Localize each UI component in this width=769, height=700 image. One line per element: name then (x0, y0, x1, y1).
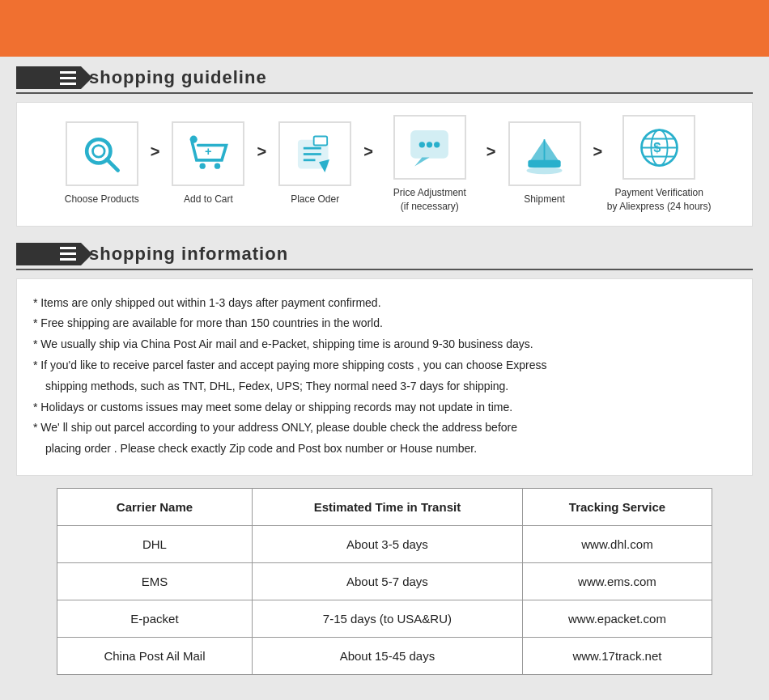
steps-row: Choose Products > + Add to Cart > (16, 102, 753, 227)
svg-point-4 (199, 163, 205, 168)
step-icon-box-payment: $ (622, 115, 695, 180)
step-icon-box-price (393, 115, 466, 180)
info-line-2: * Free shipping are available for more t… (33, 314, 736, 333)
info-line-4: * If you'd like to receive parcel faster… (33, 356, 736, 375)
info-line-5: * Holidays or customs issues may meet so… (33, 398, 736, 418)
arrow-2: > (257, 142, 266, 185)
step-label-payment: Payment Verificationby Aliexpress (24 ho… (607, 186, 712, 214)
tracking-ems: www.ems.com (522, 562, 712, 600)
carrier-dhl: DHL (57, 525, 253, 562)
arrow-4: > (486, 142, 496, 185)
step-label-cart: Add to Cart (184, 193, 233, 206)
arrow-1: > (151, 142, 160, 185)
svg-text:$: $ (653, 140, 661, 155)
step-label-order: Place Oder (291, 193, 339, 206)
carrier-ems: EMS (57, 562, 253, 600)
step-choose-products: Choose Products (57, 121, 147, 206)
step-add-to-cart: + Add to Cart (164, 121, 253, 206)
step-icon-box-shipment (508, 121, 581, 186)
globe-icon: $ (637, 125, 682, 170)
svg-point-5 (215, 163, 220, 168)
time-ems: About 5-7 days (252, 562, 522, 600)
guideline-title: shopping guideline (89, 67, 267, 88)
title-accent-guideline (16, 66, 81, 89)
tracking-chinapost: www.17track.net (522, 637, 712, 674)
carrier-chinapost: China Post Ail Mail (57, 637, 253, 674)
chat-icon (407, 125, 452, 170)
table-wrapper: Carrier Name Estimated Time in Transit T… (16, 488, 753, 675)
step-icon-box-cart: + (172, 121, 244, 186)
step-label-shipment: Shipment (524, 193, 565, 206)
table-header-row: Carrier Name Estimated Time in Transit T… (57, 488, 712, 525)
step-icon-box-choose (66, 121, 138, 186)
time-epacket: 7-15 days (to USA&RU) (252, 600, 522, 637)
info-line-6: * We' ll ship out parcel according to yo… (33, 418, 736, 438)
table-row: China Post Ail Mail About 15-45 days www… (57, 637, 712, 674)
carrier-epacket: E-packet (57, 600, 253, 637)
main-content: shopping guideline Choose Products > (0, 66, 769, 691)
step-shipment: Shipment (500, 121, 589, 206)
svg-point-15 (427, 142, 432, 147)
step-place-order: Place Oder (270, 121, 359, 206)
header-bar (0, 0, 769, 57)
table-row: DHL About 3-5 days www.dhl.com (57, 525, 712, 562)
tag-icon (293, 132, 338, 176)
time-chinapost: About 15-45 days (252, 637, 522, 674)
boat-icon (522, 132, 567, 176)
arrow-5: > (593, 142, 603, 185)
svg-point-14 (419, 142, 425, 147)
info-line-4b: shipping methods, such as TNT, DHL, Fede… (33, 377, 736, 397)
arrow-3: > (363, 142, 373, 185)
svg-text:+: + (205, 145, 212, 158)
shipping-table: Carrier Name Estimated Time in Transit T… (57, 488, 712, 675)
info-section: * Items are only shipped out within 1-3 … (16, 278, 753, 476)
info-line-1: * Items are only shipped out within 1-3 … (33, 294, 736, 313)
title-accent-info (16, 243, 81, 265)
col-carrier: Carrier Name (57, 488, 253, 525)
search-icon (79, 132, 124, 176)
svg-line-2 (107, 159, 118, 171)
col-tracking: Tracking Service (522, 488, 712, 525)
svg-point-19 (527, 167, 563, 174)
svg-point-1 (93, 145, 105, 157)
tracking-epacket: www.epacket.com (522, 600, 712, 637)
info-line-3: * We usually ship via China Post Air mai… (33, 335, 736, 354)
col-time: Estimated Time in Transit (252, 488, 522, 525)
step-label-choose: Choose Products (65, 193, 139, 206)
info-title-bar: shopping information (16, 243, 753, 270)
step-payment: $ Payment Verificationby Aliexpress (24 … (606, 115, 712, 214)
svg-point-16 (434, 142, 440, 147)
step-price-adjustment: Price Adjustment(if necessary) (377, 115, 482, 214)
info-line-6b: placing order . Please check exactly Zip… (33, 439, 736, 459)
info-title: shopping information (89, 244, 288, 265)
time-dhl: About 3-5 days (252, 525, 522, 562)
guideline-title-bar: shopping guideline (16, 66, 753, 94)
step-icon-box-order (278, 121, 351, 186)
svg-rect-12 (313, 136, 327, 145)
tracking-dhl: www.dhl.com (522, 525, 712, 562)
table-row: E-packet 7-15 days (to USA&RU) www.epack… (57, 600, 712, 637)
cart-icon: + (186, 132, 231, 176)
table-row: EMS About 5-7 days www.ems.com (57, 562, 712, 600)
step-label-price: Price Adjustment(if necessary) (393, 186, 466, 214)
